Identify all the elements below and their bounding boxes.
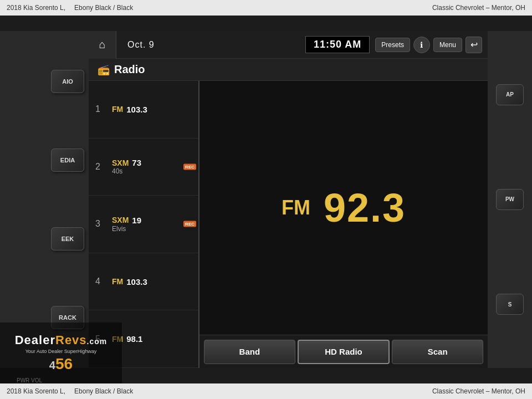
time-display: 11:50 AM xyxy=(305,36,370,53)
right-button-s[interactable]: S xyxy=(496,294,524,315)
menu-button[interactable]: Menu xyxy=(433,38,462,52)
left-controls: AIO EDIA EEK RACK xyxy=(0,31,89,368)
info-button[interactable]: ℹ xyxy=(413,37,430,53)
hd-radio-label: HD Radio xyxy=(325,347,362,356)
left-button-media[interactable]: EDIA xyxy=(51,149,84,172)
watermark: DealerRevs.com Your Auto Dealer SuperHig… xyxy=(0,323,122,383)
preset-num-4: 4 xyxy=(95,277,106,287)
screen-body: 📻 Radio 1 FM 103.3 xyxy=(89,59,488,368)
presets-button[interactable]: Presets xyxy=(375,38,410,52)
preset-type-3: SXM xyxy=(112,216,129,224)
scan-button[interactable]: Scan xyxy=(392,340,483,364)
radio-icon: 📻 xyxy=(98,64,110,76)
watermark-logo: DealerRevs.com xyxy=(15,333,108,347)
right-controls: AP PW S xyxy=(488,31,532,368)
preset-freq-5: 98.1 xyxy=(126,334,142,344)
presets-label: Presets xyxy=(381,41,404,49)
screen-header: ⌂ Oct. 9 11:50 AM Presets ℹ Menu ↩ xyxy=(89,31,488,59)
top-bar: 2018 Kia Sorento L, Ebony Black / Black … xyxy=(0,0,532,16)
screen-main: 1 FM 103.3 2 SXM xyxy=(89,81,488,368)
preset-info-4: FM 103.3 xyxy=(112,277,147,287)
hd-radio-button[interactable]: HD Radio xyxy=(298,340,390,364)
preset-info-2: SXM 73 40s xyxy=(112,158,141,175)
home-button[interactable]: ⌂ xyxy=(89,31,116,59)
watermark-logo-part1: Dealer xyxy=(15,333,55,347)
watermark-logo-part2: Revs xyxy=(55,333,87,347)
bottom-bar: 2018 Kia Sorento L, Ebony Black / Black … xyxy=(0,383,532,399)
preset-item-4[interactable]: 4 FM 103.3 xyxy=(89,253,198,311)
fm-band-label: FM xyxy=(282,196,310,219)
back-icon: ↩ xyxy=(470,39,478,50)
fm-frequency: 92.3 xyxy=(324,185,406,231)
right-button-pw[interactable]: PW xyxy=(496,189,524,210)
right-button-ap[interactable]: AP xyxy=(496,84,524,105)
radio-label: Radio xyxy=(114,63,145,76)
watermark-tagline: Your Auto Dealer SuperHighway xyxy=(25,349,97,354)
preset-item-1[interactable]: 1 FM 103.3 xyxy=(89,81,198,139)
header-buttons: Presets ℹ Menu ↩ xyxy=(375,37,488,53)
preset-type-2: SXM xyxy=(112,158,129,167)
watermark-numbers: 456 xyxy=(49,355,73,373)
left-button-seek[interactable]: EEK xyxy=(51,227,84,250)
preset-freq-2: 73 xyxy=(132,158,141,167)
band-label: Band xyxy=(239,347,260,356)
watermark-domain: .com xyxy=(87,337,108,346)
band-button[interactable]: Band xyxy=(204,340,295,364)
preset-num-2: 2 xyxy=(95,162,106,172)
bottom-bar-trim: Ebony Black / Black xyxy=(74,387,133,395)
bottom-bar-dealer: Classic Chevrolet – Mentor, OH xyxy=(432,387,525,395)
now-playing-main: FM 92.3 xyxy=(200,81,488,335)
bottom-bar-title: 2018 Kia Sorento L, xyxy=(7,387,65,395)
preset-num-3: 3 xyxy=(95,219,106,229)
back-button[interactable]: ↩ xyxy=(466,37,482,53)
scan-label: Scan xyxy=(428,347,448,356)
bottom-left-labels: PWR VOL xyxy=(17,377,42,383)
menu-label: Menu xyxy=(439,41,456,49)
preset-freq-3: 19 xyxy=(132,216,141,225)
top-bar-dealer: Classic Chevrolet – Mentor, OH xyxy=(432,4,525,12)
preset-type-4: FM xyxy=(112,277,123,286)
preset-num-1: 1 xyxy=(95,104,106,114)
preset-info-3: SXM 19 Elvis xyxy=(112,216,141,233)
date-display: Oct. 9 xyxy=(116,40,305,50)
top-bar-title: 2018 Kia Sorento L, xyxy=(7,4,65,12)
preset-sub-3: Elvis xyxy=(112,225,141,233)
pwr-vol-label: PWR VOL xyxy=(17,377,42,383)
preset-type-1: FM xyxy=(112,105,123,114)
preset-freq-4: 103.3 xyxy=(126,277,147,287)
time-text: 11:50 AM xyxy=(314,39,361,50)
info-icon: ℹ xyxy=(420,40,423,49)
home-icon: ⌂ xyxy=(99,38,105,51)
now-playing: FM 92.3 Band HD Radio Scan xyxy=(200,81,488,368)
preset-sub-2: 40s xyxy=(112,167,141,175)
preset-item-3[interactable]: 3 SXM 19 Elvis REC xyxy=(89,196,198,253)
preset-freq-1: 103.3 xyxy=(126,105,147,114)
preset-item-2[interactable]: 2 SXM 73 40s REC xyxy=(89,139,198,196)
rec-badge-3: REC xyxy=(183,221,196,227)
date-text: Oct. 9 xyxy=(127,40,155,50)
radio-label-bar: 📻 Radio xyxy=(89,59,488,81)
top-bar-trim: Ebony Black / Black xyxy=(74,4,133,12)
rec-badge-2: REC xyxy=(183,163,196,170)
left-button-aio[interactable]: AIO xyxy=(51,70,84,93)
screen-bottom-buttons: Band HD Radio Scan xyxy=(200,335,488,368)
preset-info-1: FM 103.3 xyxy=(112,105,147,114)
infotainment-screen: ⌂ Oct. 9 11:50 AM Presets ℹ Menu ↩ xyxy=(89,31,488,368)
